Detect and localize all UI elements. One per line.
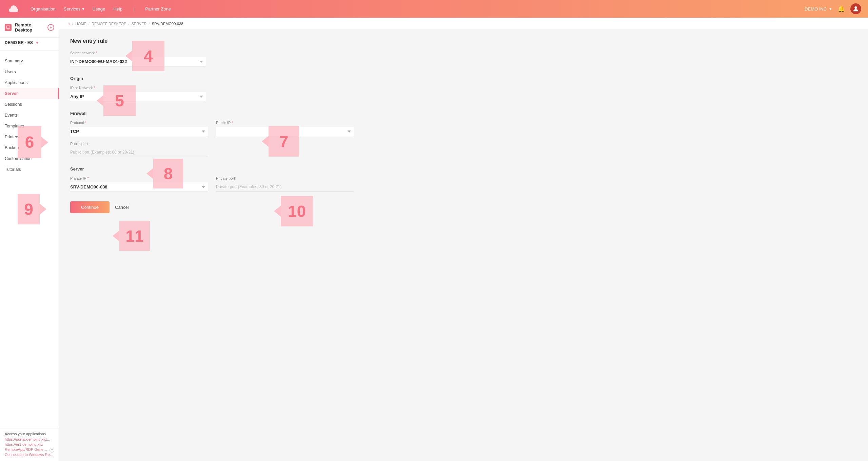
svg-point-0 (854, 6, 857, 9)
form-buttons: Continue Cancel (70, 201, 354, 213)
breadcrumb-sep-3: / (128, 22, 129, 26)
breadcrumb: ⌂ / HOME / REMOTE DESKTOP / SERVER / SRV… (59, 18, 868, 30)
breadcrumb-sep-1: / (72, 22, 73, 26)
firewall-row-2: Public port (70, 142, 354, 157)
sidebar-nav: Summary Users Applications Server Sessio… (0, 54, 59, 177)
org-arrow-icon: ▼ (36, 41, 39, 45)
sidebar-item-templates[interactable]: Templates (0, 121, 59, 132)
help-icon[interactable]: ? (50, 448, 54, 453)
sidebar-item-users[interactable]: Users (0, 66, 59, 77)
sidebar-title: Remote Desktop (15, 22, 44, 33)
firewall-title: Firewall (70, 111, 354, 116)
sidebar-divider (0, 51, 59, 51)
server-section: Server Private IP * SRV-DEMO00-038 Priva… (70, 166, 354, 192)
nav-organisation[interactable]: Organisation (31, 6, 56, 12)
network-select[interactable]: INT-DEMO00-EU-MAD1-022 (70, 57, 206, 66)
public-ip-label: Public IP * (216, 121, 354, 125)
sidebar-item-tutorials[interactable]: Tutorials (0, 164, 59, 175)
main-layout: Remote Desktop + DEMO ER - ES ▼ Summary … (0, 18, 868, 461)
access-apps-label: Access your applications (5, 432, 54, 436)
sidebar: Remote Desktop + DEMO ER - ES ▼ Summary … (0, 18, 59, 461)
nav-separator: | (133, 6, 134, 12)
org-selector[interactable]: DEMO INC ▼ (805, 6, 832, 12)
org-name-label: DEMO INC (805, 6, 827, 12)
org-label: DEMO ER - ES (5, 40, 33, 45)
sidebar-item-backup[interactable]: Backup (0, 142, 59, 153)
portal-link-1[interactable]: https://portal.demoinc.xyz... (5, 437, 54, 441)
server-title: Server (70, 166, 354, 172)
breadcrumb-home[interactable]: HOME (75, 22, 86, 26)
nav-right: DEMO INC ▼ 🔔 (805, 3, 861, 14)
breadcrumb-current: SRV-DEMO00-038 (152, 22, 183, 26)
nav-links: Organisation Services ▾ Usage Help | Par… (31, 6, 805, 12)
spacer-group (216, 142, 354, 157)
sidebar-item-server[interactable]: Server (0, 88, 59, 99)
firewall-row-1: Protocol * TCP Public IP * (70, 121, 354, 136)
services-chevron-icon: ▾ (82, 6, 84, 12)
private-port-group: Private port (216, 176, 354, 192)
home-icon: ⌂ (67, 21, 70, 26)
public-port-input[interactable] (70, 148, 208, 157)
network-label: Select network * (70, 51, 206, 55)
sidebar-header: Remote Desktop + (0, 18, 59, 38)
connection-link[interactable]: Connection to Windows Rem... (5, 453, 54, 457)
origin-title: Origin (70, 76, 354, 81)
public-ip-group: Public IP * (216, 121, 354, 136)
private-ip-label: Private IP * (70, 176, 208, 180)
nav-partner-zone[interactable]: Partner Zone (145, 6, 171, 12)
protocol-label: Protocol * (70, 121, 208, 125)
public-ip-select[interactable] (216, 127, 354, 136)
org-dropdown[interactable]: DEMO ER - ES ▼ (0, 38, 59, 48)
continue-button[interactable]: Continue (70, 201, 110, 213)
svg-rect-1 (6, 26, 10, 28)
sidebar-item-printers[interactable]: Printers (0, 132, 59, 142)
form-title: New entry rule (70, 38, 354, 44)
rdp-generator-link[interactable]: RemoteApp/RDP Generator (5, 447, 48, 452)
sidebar-bottom-links: Access your applications https://portal.… (0, 428, 59, 461)
network-section: Select network * INT-DEMO00-EU-MAD1-022 (70, 51, 354, 66)
sidebar-item-applications[interactable]: Applications (0, 77, 59, 88)
notifications-icon[interactable]: 🔔 (837, 5, 845, 13)
sidebar-item-customisation[interactable]: Customisation (0, 153, 59, 164)
nav-usage[interactable]: Usage (93, 6, 105, 12)
top-navigation: Organisation Services ▾ Usage Help | Par… (0, 0, 868, 18)
rdp-generator-row: RemoteApp/RDP Generator ? (5, 447, 54, 453)
protocol-group: Protocol * TCP (70, 121, 208, 136)
breadcrumb-remote-desktop[interactable]: REMOTE DESKTOP (92, 22, 126, 26)
private-ip-select[interactable]: SRV-DEMO00-038 (70, 182, 208, 192)
org-chevron-icon: ▼ (829, 7, 832, 11)
main-content: ⌂ / HOME / REMOTE DESKTOP / SERVER / SRV… (59, 18, 868, 461)
sidebar-item-sessions[interactable]: Sessions (0, 99, 59, 110)
ip-network-select[interactable]: Any IP (70, 92, 206, 101)
breadcrumb-server[interactable]: SERVER (132, 22, 147, 26)
nav-help[interactable]: Help (113, 6, 122, 12)
form-area: New entry rule Select network * INT-DEMO… (59, 30, 364, 221)
breadcrumb-sep-2: / (88, 22, 90, 26)
app-logo[interactable] (7, 2, 20, 16)
firewall-section: Firewall Protocol * TCP Public IP * (70, 111, 354, 157)
portal-link-2[interactable]: https://er1.demoinc.xyz (5, 442, 54, 446)
public-port-group: Public port (70, 142, 208, 157)
remote-desktop-icon (5, 24, 12, 31)
public-port-label: Public port (70, 142, 208, 146)
breadcrumb-sep-4: / (149, 22, 150, 26)
sidebar-item-events[interactable]: Events (0, 110, 59, 121)
cancel-button[interactable]: Cancel (115, 205, 129, 210)
private-ip-group: Private IP * SRV-DEMO00-038 (70, 176, 208, 192)
user-avatar[interactable] (850, 3, 861, 14)
sidebar-item-summary[interactable]: Summary (0, 56, 59, 66)
server-row: Private IP * SRV-DEMO00-038 Private port (70, 176, 354, 192)
origin-section: Origin IP or Network * Any IP (70, 76, 354, 101)
protocol-select[interactable]: TCP (70, 127, 208, 136)
private-port-input[interactable] (216, 182, 354, 192)
private-port-label: Private port (216, 176, 354, 180)
nav-services[interactable]: Services ▾ (64, 6, 84, 12)
add-button[interactable]: + (47, 24, 54, 31)
ip-network-label: IP or Network * (70, 86, 206, 90)
